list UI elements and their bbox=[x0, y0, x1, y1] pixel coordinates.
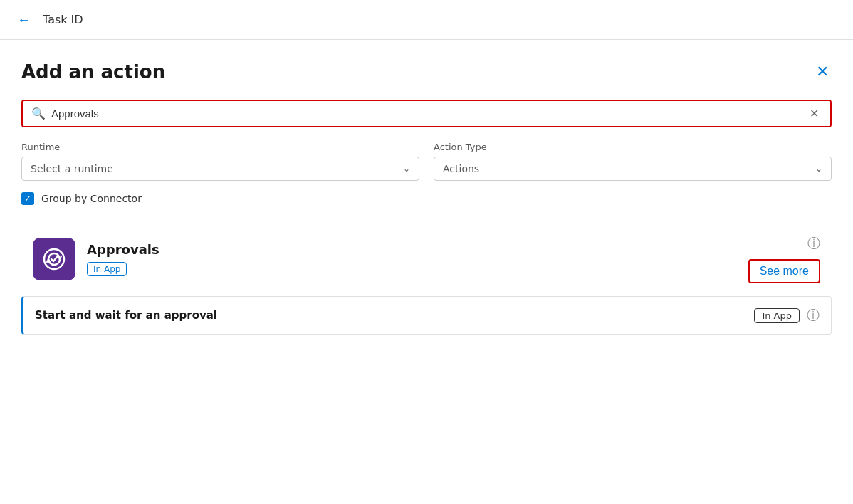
main-panel: Add an action ✕ 🔍 ✕ Runtime Select a run… bbox=[0, 40, 853, 356]
panel-title-row: Add an action ✕ bbox=[21, 61, 832, 83]
group-by-connector-row: ✓ Group by Connector bbox=[21, 192, 832, 205]
action-in-app-badge: In App bbox=[754, 308, 800, 323]
group-by-connector-checkbox[interactable]: ✓ bbox=[21, 192, 34, 205]
group-by-connector-label: Group by Connector bbox=[41, 193, 142, 204]
header: ← Task ID bbox=[0, 0, 853, 40]
back-button[interactable]: ← bbox=[14, 9, 34, 31]
approvals-icon-svg bbox=[41, 246, 67, 272]
checkmark-icon: ✓ bbox=[24, 194, 31, 204]
chevron-down-icon: ⌄ bbox=[403, 164, 410, 174]
search-input[interactable] bbox=[51, 107, 807, 120]
connector-actions: ⓘ See more bbox=[748, 235, 820, 283]
action-type-value: Actions bbox=[443, 163, 479, 174]
filters-row: Runtime Select a runtime ⌄ Action Type A… bbox=[21, 142, 832, 181]
connector-info-icon[interactable]: ⓘ bbox=[807, 235, 820, 252]
runtime-filter: Runtime Select a runtime ⌄ bbox=[21, 142, 419, 181]
close-button[interactable]: ✕ bbox=[813, 61, 832, 83]
back-icon: ← bbox=[17, 11, 31, 28]
connector-name: Approvals bbox=[87, 242, 748, 257]
search-clear-button[interactable]: ✕ bbox=[807, 107, 822, 120]
panel-title: Add an action bbox=[21, 61, 165, 83]
connector-info: Approvals In App bbox=[87, 242, 748, 276]
action-info-icon[interactable]: ⓘ bbox=[807, 307, 820, 324]
approvals-connector-card: Approvals In App ⓘ See more bbox=[21, 225, 832, 293]
action-label: Start and wait for an approval bbox=[35, 309, 754, 322]
header-title: Task ID bbox=[43, 13, 83, 26]
search-icon: 🔍 bbox=[31, 107, 46, 120]
runtime-label: Runtime bbox=[21, 142, 419, 152]
action-row[interactable]: Start and wait for an approval In App ⓘ bbox=[21, 296, 832, 335]
action-type-label: Action Type bbox=[434, 142, 832, 152]
runtime-select[interactable]: Select a runtime ⌄ bbox=[21, 157, 419, 181]
connector-section: Approvals In App ⓘ See more Start and wa… bbox=[21, 225, 832, 335]
connector-icon bbox=[33, 238, 75, 280]
action-row-right: In App ⓘ bbox=[754, 307, 820, 324]
connector-in-app-badge: In App bbox=[87, 262, 127, 276]
chevron-down-icon-2: ⌄ bbox=[815, 164, 822, 174]
search-box: 🔍 ✕ bbox=[21, 100, 832, 127]
action-type-select[interactable]: Actions ⌄ bbox=[434, 157, 832, 181]
see-more-button[interactable]: See more bbox=[748, 259, 820, 283]
action-type-filter: Action Type Actions ⌄ bbox=[434, 142, 832, 181]
runtime-value: Select a runtime bbox=[31, 163, 113, 174]
